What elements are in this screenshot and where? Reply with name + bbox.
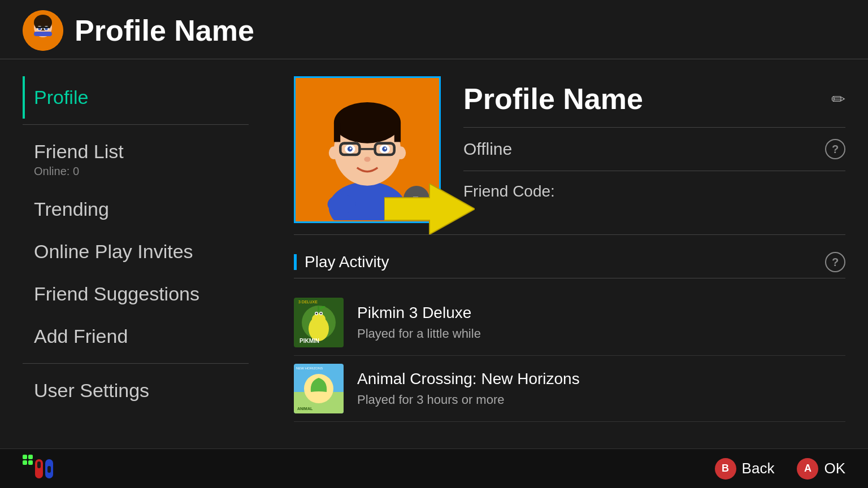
svg-rect-48: [23, 460, 27, 465]
svg-point-25: [329, 146, 339, 159]
sidebar: Profile Friend List Online: 0 Trending O…: [0, 59, 271, 446]
svg-rect-13: [334, 123, 340, 142]
switch-logo: [23, 455, 57, 483]
svg-rect-3: [34, 32, 52, 36]
sidebar-item-user-settings[interactable]: User Settings: [23, 369, 249, 412]
friend-code-row: Friend Code:: [463, 182, 845, 201]
game-item-pikmin[interactable]: PIKMIN 3 DELUXE Pikmin 3 Deluxe Played f…: [294, 290, 845, 356]
sidebar-item-friend-suggestions[interactable]: Friend Suggestions: [23, 273, 249, 315]
switch-icon: [23, 455, 57, 483]
svg-rect-51: [37, 461, 41, 468]
profile-info: Profile Name ✏ Offline ? Friend Code:: [463, 76, 845, 201]
ok-button[interactable]: A OK: [797, 458, 845, 480]
profile-name: Profile Name: [463, 82, 643, 116]
svg-rect-14: [394, 123, 401, 142]
profile-card: ✏ Profile Name ✏ Offline ? Friend: [294, 76, 845, 235]
sidebar-divider-1: [23, 124, 249, 125]
svg-rect-46: [23, 455, 27, 459]
svg-point-24: [364, 157, 370, 162]
svg-point-22: [350, 147, 351, 149]
game-played-animal-crossing: Played for 3 hours or more: [357, 393, 580, 407]
profile-avatar-wrapper: ✏: [294, 76, 441, 223]
svg-rect-53: [47, 466, 51, 473]
friend-code-label: Friend Code:: [463, 182, 555, 200]
status-help-button[interactable]: ?: [825, 139, 845, 159]
b-button-circle: B: [715, 458, 736, 480]
svg-text:ANIMAL: ANIMAL: [297, 407, 313, 411]
play-activity-bar-accent: [294, 254, 297, 270]
game-cover-pikmin: PIKMIN 3 DELUXE: [294, 298, 344, 347]
header-title: Profile Name: [75, 14, 254, 47]
svg-rect-47: [28, 455, 33, 459]
sidebar-item-add-friend[interactable]: Add Friend: [23, 315, 249, 358]
svg-rect-9: [42, 27, 50, 28]
sidebar-item-profile[interactable]: Profile: [23, 76, 249, 119]
sidebar-item-trending[interactable]: Trending: [23, 188, 249, 230]
svg-point-26: [396, 146, 406, 159]
play-activity-title: Play Activity: [294, 253, 389, 271]
play-activity-header: Play Activity ?: [294, 252, 845, 278]
bottom-bar: B Back A OK: [0, 448, 868, 488]
back-button[interactable]: B Back: [715, 458, 775, 480]
game-item-animal-crossing[interactable]: ANIMAL NEW HORIZONS Animal Crossing: New…: [294, 356, 845, 422]
svg-point-23: [384, 147, 386, 149]
svg-point-27: [328, 195, 356, 214]
profile-edit-button[interactable]: ✏: [831, 89, 845, 109]
profile-status-row: Offline ?: [463, 139, 845, 171]
svg-rect-8: [36, 27, 44, 28]
game-info-animal-crossing: Animal Crossing: New Horizons Played for…: [357, 370, 580, 407]
svg-point-32: [312, 313, 326, 325]
play-activity-help-button[interactable]: ?: [825, 252, 845, 272]
svg-point-36: [316, 313, 318, 315]
content-area: ✏ Profile Name ✏ Offline ? Friend: [271, 59, 868, 446]
svg-point-37: [320, 313, 322, 315]
game-name-pikmin: Pikmin 3 Deluxe: [357, 304, 481, 322]
main-layout: Profile Friend List Online: 0 Trending O…: [0, 59, 868, 446]
game-info-pikmin: Pikmin 3 Deluxe Played for a little whil…: [357, 304, 481, 341]
a-button-circle: A: [797, 458, 818, 480]
svg-rect-38: [318, 306, 319, 311]
ok-label: OK: [824, 460, 845, 477]
game-cover-animal-crossing: ANIMAL NEW HORIZONS: [294, 364, 344, 413]
header-avatar[interactable]: [23, 10, 63, 51]
bottom-buttons: B Back A OK: [715, 458, 845, 480]
sidebar-item-friend-list[interactable]: Friend List Online: 0: [23, 130, 249, 188]
back-label: Back: [742, 460, 775, 477]
svg-point-12: [334, 102, 401, 143]
svg-text:3 DELUXE: 3 DELUXE: [298, 300, 318, 304]
sidebar-item-online-play-invites[interactable]: Online Play Invites: [23, 230, 249, 273]
game-name-animal-crossing: Animal Crossing: New Horizons: [357, 370, 580, 388]
play-activity-section: Play Activity ?: [294, 252, 845, 422]
game-played-pikmin: Played for a little while: [357, 326, 481, 341]
profile-name-row: Profile Name ✏: [463, 82, 845, 128]
profile-status: Offline: [463, 140, 512, 159]
arrow-annotation: [384, 184, 475, 234]
sidebar-divider-2: [23, 363, 249, 364]
svg-rect-49: [28, 460, 33, 465]
svg-text:NEW HORIZONS: NEW HORIZONS: [296, 367, 323, 370]
svg-text:PIKMIN: PIKMIN: [300, 338, 319, 344]
header: Profile Name: [0, 0, 868, 59]
svg-marker-28: [384, 184, 475, 234]
